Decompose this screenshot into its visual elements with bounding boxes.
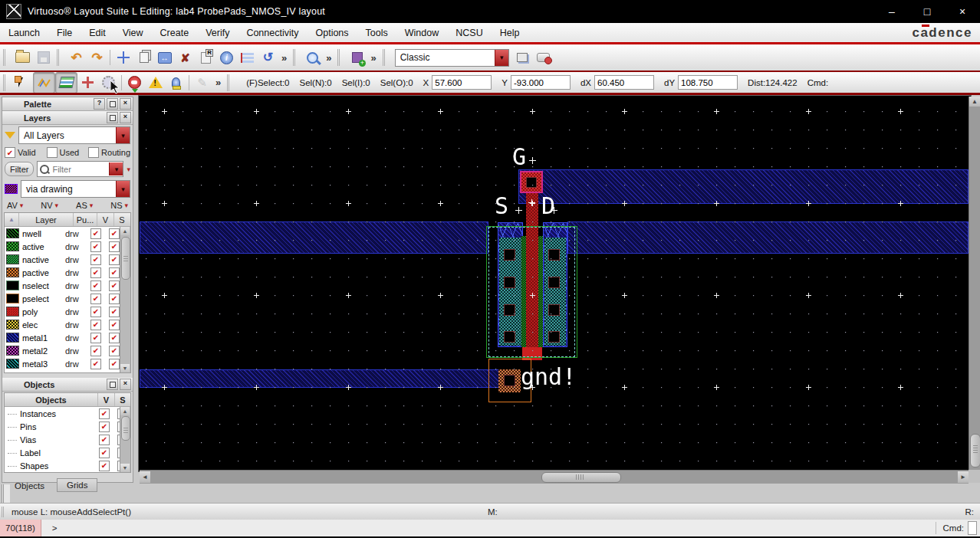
overflow-button[interactable]: » [323, 52, 334, 64]
scroll-up-icon[interactable]: ▲ [120, 227, 130, 235]
menu-item[interactable]: Verify [197, 23, 238, 42]
layers-titlebar[interactable]: Layers × [2, 111, 133, 125]
scroll-down-icon[interactable]: ▼ [120, 464, 130, 472]
layer-selectable-checkbox[interactable] [109, 333, 120, 343]
create-via-button[interactable] [347, 48, 367, 67]
tab-grids[interactable]: Grids [57, 478, 97, 492]
layer-filter-checkbox[interactable] [47, 147, 58, 158]
layer-selectable-checkbox[interactable] [109, 241, 120, 252]
undo-button[interactable]: ↶ [66, 48, 87, 67]
scrollbar-thumb[interactable] [541, 472, 621, 483]
scrollbar-thumb[interactable] [970, 434, 980, 467]
visibility-toggle[interactable]: NS ▾ [110, 201, 128, 210]
layer-list-scrollbar[interactable]: ▲ ▼ [120, 227, 130, 372]
scrollbar-thumb[interactable] [121, 416, 130, 441]
object-visible-checkbox[interactable] [99, 461, 110, 471]
menu-item[interactable]: Launch [0, 23, 48, 42]
layer-row[interactable]: nwell drw [5, 227, 130, 240]
cmd-input[interactable] [968, 521, 977, 535]
layer-visible-checkbox[interactable] [90, 267, 101, 278]
properties-button[interactable] [196, 48, 216, 67]
rotate-button[interactable]: ↺ [258, 48, 278, 67]
filter-button[interactable]: Filter [5, 162, 34, 176]
layer-selectable-checkbox[interactable] [109, 228, 120, 239]
object-row[interactable]: + Pins [5, 420, 130, 433]
chevron-down-icon[interactable]: ▾ [127, 166, 130, 173]
metal1-gate-path[interactable] [518, 169, 968, 204]
open-button[interactable] [12, 48, 33, 67]
align-button[interactable] [237, 48, 258, 67]
layer-selectable-checkbox[interactable] [109, 346, 120, 356]
redo-button[interactable]: ↷ [87, 48, 107, 67]
objects-column-header[interactable]: Objects [5, 393, 98, 406]
toolbar-grip[interactable] [57, 49, 64, 66]
object-visible-checkbox[interactable] [99, 448, 110, 458]
close-icon[interactable]: × [120, 98, 131, 110]
layer-visible-checkbox[interactable] [90, 320, 101, 330]
toolbar-grip[interactable] [383, 49, 390, 66]
stop-button[interactable] [124, 73, 145, 93]
y-coordinate-input[interactable] [511, 75, 571, 90]
info-button[interactable]: i [216, 48, 237, 67]
delete-button[interactable]: ✘ [175, 48, 196, 67]
layer-column-header[interactable]: Layer [19, 213, 74, 226]
layer-visible-checkbox[interactable] [90, 241, 101, 252]
layer-row[interactable]: nselect drw [5, 279, 130, 292]
layer-row[interactable]: poly drw [5, 305, 130, 318]
palette-titlebar[interactable]: Palette ? × [2, 97, 133, 111]
layer-row[interactable]: pselect drw [5, 292, 130, 305]
layer-visible-checkbox[interactable] [90, 333, 101, 343]
layer-row[interactable]: active drw [5, 240, 130, 253]
visible-column-header[interactable]: V [98, 393, 115, 406]
scroll-up-icon[interactable]: ▲ [120, 407, 130, 415]
menu-item[interactable]: Tools [357, 23, 396, 42]
maximize-button[interactable]: □ [909, 0, 945, 23]
toolbar-grip[interactable] [3, 74, 10, 91]
toolbar-grip[interactable] [337, 49, 344, 66]
layer-selectable-checkbox[interactable] [109, 359, 120, 369]
menu-item[interactable]: Window [396, 23, 447, 42]
menu-item[interactable]: Edit [81, 23, 114, 42]
overflow-button[interactable]: » [367, 52, 379, 64]
close-icon[interactable]: × [120, 379, 131, 390]
layer-filter-checkbox[interactable] [88, 147, 99, 158]
object-visible-checkbox[interactable] [99, 408, 110, 419]
minimize-button[interactable]: – [874, 0, 909, 23]
layout-canvas[interactable]: G S D gnd! [140, 97, 968, 469]
float-button[interactable] [107, 379, 118, 390]
tab-objects[interactable]: Objects [5, 480, 54, 492]
scroll-left-icon[interactable]: ◄ [140, 471, 150, 483]
zoom-fit-button[interactable] [302, 48, 323, 67]
chevron-down-icon[interactable]: ▾ [116, 181, 130, 197]
layer-visible-checkbox[interactable] [90, 228, 101, 239]
layer-visible-checkbox[interactable] [90, 307, 101, 317]
help-button[interactable]: ? [94, 98, 105, 110]
menu-item[interactable]: File [48, 23, 81, 42]
menu-item[interactable]: Help [492, 23, 528, 42]
layer-selectable-checkbox[interactable] [109, 254, 120, 265]
workspace-select[interactable]: Classic ▾ [395, 49, 509, 67]
layer-visible-checkbox[interactable] [90, 280, 101, 291]
selectable-column-header[interactable]: S [115, 393, 130, 406]
chevron-down-icon[interactable]: ▾ [495, 50, 508, 66]
float-button[interactable] [107, 98, 118, 110]
overflow-button[interactable]: » [278, 52, 290, 64]
substrate-contact[interactable] [504, 375, 515, 386]
filter-searchbox[interactable]: ▾ [37, 161, 123, 177]
objects-list-scrollbar[interactable]: ▲ ▼ [120, 407, 130, 472]
layer-row[interactable]: metal2 drw [5, 344, 130, 357]
toolbar-grip[interactable] [293, 49, 300, 66]
check-button[interactable] [145, 73, 166, 93]
scroll-right-icon[interactable]: ► [958, 471, 968, 483]
layer-row[interactable]: elec drw [5, 318, 130, 331]
dy-input[interactable] [678, 75, 738, 90]
save-button[interactable] [33, 48, 54, 67]
hierarchy-button[interactable] [55, 72, 77, 93]
menu-item[interactable]: NCSU [447, 23, 491, 42]
chevron-down-icon[interactable]: ▾ [109, 162, 123, 176]
layer-selectable-checkbox[interactable] [109, 294, 120, 304]
menu-item[interactable]: View [114, 23, 152, 42]
scrollbar-thumb[interactable] [121, 237, 130, 280]
object-row[interactable]: + Vias [5, 433, 130, 446]
markup-button[interactable]: ✎ [192, 73, 212, 93]
